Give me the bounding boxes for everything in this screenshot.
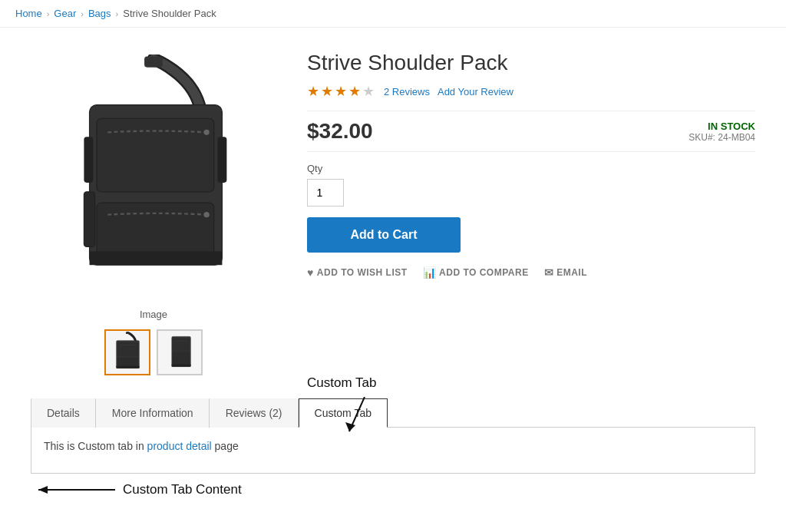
- wishlist-label: ADD TO WISH LIST: [317, 267, 408, 278]
- rating-row: ★★★★★ 2 Reviews Add Your Review: [307, 83, 755, 100]
- product-section: Image: [0, 28, 786, 391]
- in-stock-badge: IN STOCK: [689, 121, 755, 132]
- breadcrumb: Home › Gear › Bags › Strive Shoulder Pac…: [0, 0, 786, 28]
- tab-more-information[interactable]: More Information: [96, 398, 210, 428]
- svg-rect-5: [84, 137, 93, 183]
- thumbnail-1[interactable]: [104, 329, 150, 375]
- email-link[interactable]: ✉ EMAIL: [544, 266, 587, 279]
- qty-label: Qty: [307, 163, 755, 174]
- image-label: Image: [140, 309, 167, 320]
- tabs-section: Details More Information Reviews (2) Cus…: [0, 398, 786, 532]
- custom-tab-content-annotation: Custom Tab Content: [123, 482, 242, 497]
- tab-content-link[interactable]: product detail: [147, 440, 212, 452]
- bag-svg: [69, 55, 238, 292]
- svg-marker-21: [345, 422, 355, 431]
- svg-rect-18: [173, 352, 189, 365]
- svg-rect-3: [97, 118, 214, 191]
- sku-info: SKU#: 24-MB04: [689, 132, 755, 143]
- tab-content-after: page: [212, 440, 239, 452]
- svg-rect-10: [90, 251, 223, 265]
- breadcrumb-gear[interactable]: Gear: [54, 8, 76, 19]
- tab-content-text: This is Custom tab in product detail pag…: [44, 440, 742, 452]
- svg-point-8: [204, 212, 210, 217]
- svg-point-7: [204, 130, 210, 135]
- svg-rect-11: [126, 332, 129, 333]
- breadcrumb-sep-2: ›: [81, 9, 84, 18]
- action-links: ♥ ADD TO WISH LIST 📊 ADD TO COMPARE ✉ EM…: [307, 266, 755, 279]
- add-to-compare-link[interactable]: 📊 ADD TO COMPARE: [423, 266, 529, 279]
- product-price: $32.00: [307, 119, 373, 144]
- svg-rect-6: [217, 137, 226, 183]
- svg-rect-19: [172, 365, 191, 367]
- compare-icon: 📊: [423, 266, 437, 279]
- svg-rect-4: [97, 203, 214, 256]
- price-stock-row: $32.00 IN STOCK SKU#: 24-MB04: [307, 111, 755, 152]
- svg-rect-14: [117, 358, 138, 367]
- breadcrumb-sep-1: ›: [47, 9, 50, 18]
- stock-sku-block: IN STOCK SKU#: 24-MB04: [689, 121, 755, 143]
- thumbnail-2[interactable]: [157, 329, 203, 375]
- tab-content-area: This is Custom tab in product detail pag…: [31, 428, 755, 474]
- product-title: Strive Shoulder Pack: [307, 51, 755, 75]
- wishlist-icon: ♥: [307, 266, 314, 279]
- sku-value: 24-MB04: [718, 132, 755, 143]
- breadcrumb-sep-3: ›: [116, 9, 119, 18]
- svg-marker-23: [38, 486, 48, 494]
- email-icon: ✉: [544, 266, 554, 279]
- reviews-link[interactable]: 2 Reviews: [384, 86, 430, 97]
- tab-content-before: This is Custom tab in: [44, 440, 147, 452]
- star-rating: ★★★★★: [307, 83, 376, 100]
- qty-input[interactable]: [307, 179, 344, 207]
- custom-tab-arrow: [342, 397, 388, 439]
- main-product-image: [46, 43, 261, 304]
- add-to-cart-button[interactable]: Add to Cart: [307, 217, 461, 253]
- breadcrumb-home[interactable]: Home: [15, 8, 42, 19]
- email-label: EMAIL: [556, 267, 587, 278]
- custom-tab-content-arrow: [31, 478, 123, 501]
- product-info-column: Strive Shoulder Pack ★★★★★ 2 Reviews Add…: [307, 43, 755, 375]
- breadcrumb-bags[interactable]: Bags: [88, 8, 111, 19]
- add-review-link[interactable]: Add Your Review: [438, 86, 514, 97]
- tabs-header: Details More Information Reviews (2) Cus…: [31, 398, 755, 428]
- svg-rect-17: [173, 339, 189, 350]
- thumbnail-list: [104, 329, 203, 375]
- custom-tab-annotation: Custom Tab: [307, 375, 376, 391]
- tab-details[interactable]: Details: [31, 398, 96, 428]
- svg-rect-13: [117, 343, 138, 356]
- compare-label: ADD TO COMPARE: [439, 267, 529, 278]
- sku-label: SKU#:: [689, 132, 715, 143]
- svg-rect-0: [144, 56, 163, 67]
- svg-rect-15: [116, 366, 139, 368]
- tab-reviews[interactable]: Reviews (2): [210, 398, 299, 428]
- breadcrumb-current: Strive Shoulder Pack: [123, 8, 216, 19]
- product-images-column: Image: [31, 43, 276, 375]
- add-to-wishlist-link[interactable]: ♥ ADD TO WISH LIST: [307, 266, 408, 279]
- svg-rect-9: [84, 192, 94, 247]
